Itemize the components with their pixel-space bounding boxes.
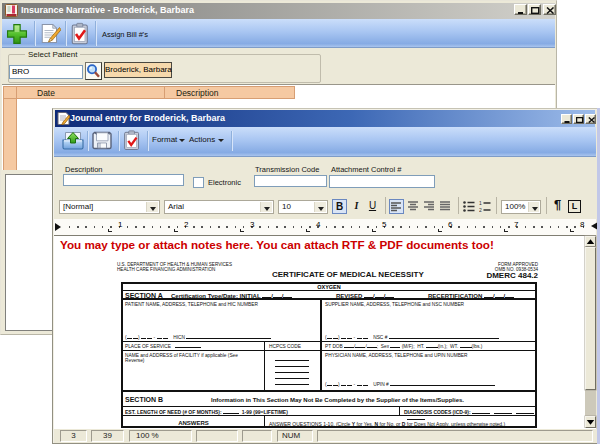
- svg-text:1: 1: [479, 201, 482, 206]
- svg-text:2: 2: [479, 207, 482, 212]
